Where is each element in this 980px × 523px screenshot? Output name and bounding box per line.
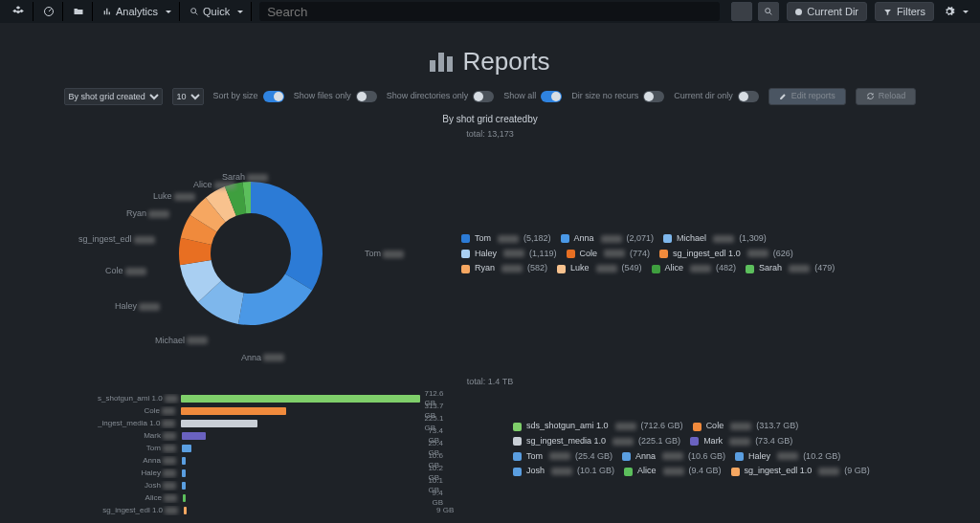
legend-item[interactable]: sg_ingest_media 1.0(225.1 GB) — [513, 436, 680, 447]
legend-item[interactable]: Josh(10.1 GB) — [513, 466, 614, 477]
dir-size-toggle[interactable] — [643, 91, 664, 102]
bar-row: _ingest_media 1.0225.1 GB — [98, 418, 456, 429]
legend-name: sg_ingest_media 1.0 — [526, 436, 606, 447]
blur — [663, 468, 684, 475]
legend-name: Luke — [570, 263, 590, 274]
legend-count: (774) — [630, 249, 650, 260]
donut-subtitle: By shot grid createdby — [0, 113, 980, 125]
folder-icon[interactable] — [65, 2, 93, 21]
swatch-icon — [513, 423, 522, 431]
swatch-icon — [461, 234, 470, 243]
analytics-label: Analytics — [116, 5, 158, 18]
legend-count: (549) — [622, 263, 642, 274]
legend-item[interactable]: Mark(73.4 GB) — [690, 436, 792, 447]
blur — [777, 452, 798, 460]
legend-item[interactable]: Tom(5,182) — [461, 233, 551, 245]
legend-item[interactable]: Ryan(582) — [461, 263, 547, 274]
legend-name: Sarah — [759, 263, 782, 274]
swatch-icon — [513, 437, 522, 446]
bar-label: _ingest_media 1.0 — [98, 419, 181, 428]
swatch-icon — [461, 250, 470, 258]
show-directories-only-toggle[interactable] — [473, 91, 494, 102]
bar-label: Josh — [98, 481, 182, 490]
bar-row: Mark73.4 GB — [98, 430, 456, 442]
bar-label: s_shotgun_ami 1.0 — [98, 394, 181, 403]
bar-track — [182, 469, 425, 477]
dashboard-icon[interactable] — [35, 2, 63, 21]
legend-item[interactable]: Sarah(479) — [746, 263, 835, 274]
analytics-menu[interactable]: Analytics — [95, 2, 180, 21]
legend-item[interactable]: sg_ingest_edl 1.0(9 GB) — [731, 466, 870, 477]
blur — [730, 423, 751, 430]
legend-item[interactable]: Alice(482) — [652, 263, 737, 274]
donut-legend: Tom(5,182)Anna(2,071)Michael(1,309)Haley… — [461, 233, 844, 274]
legend-item[interactable]: Haley(10.2 GB) — [735, 451, 840, 463]
legend-item[interactable]: Anna(10.6 GB) — [622, 451, 725, 463]
donut-chart: Tom Anna Michael Haley Cole sg_ingest_ed… — [98, 143, 404, 363]
quick-menu[interactable]: Quick — [182, 2, 252, 21]
reload-label: Reload — [879, 91, 906, 102]
legend-item[interactable]: Tom(25.4 GB) — [513, 451, 612, 463]
bar-track — [181, 395, 421, 403]
legend-item[interactable]: Cole(313.7 GB) — [693, 421, 799, 432]
legend-count: (582) — [527, 263, 547, 274]
legend-count: (2,071) — [627, 233, 655, 245]
blur — [662, 452, 683, 460]
bar-value: 9 GB — [436, 506, 454, 515]
legend-item[interactable]: sds_shotgun_ami 1.0(712.6 GB) — [513, 421, 683, 432]
legend-name: Cole — [706, 421, 724, 432]
gear-icon — [944, 6, 955, 17]
bar-row: Josh10.1 GB — [98, 480, 456, 491]
reload-button[interactable]: Reload — [856, 88, 917, 105]
legend-item[interactable]: Michael(1,309) — [663, 233, 767, 245]
legend-item[interactable]: Anna(2,071) — [561, 233, 655, 245]
edit-reports-button[interactable]: Edit reports — [768, 88, 846, 105]
limit-select[interactable]: 10 — [172, 88, 204, 105]
legend-name: Mark — [703, 436, 723, 447]
filters-button[interactable]: Filters — [875, 2, 934, 21]
legend-name: Michael — [677, 233, 706, 245]
stop-button[interactable] — [731, 2, 752, 21]
swatch-icon — [513, 452, 522, 461]
bar-track — [181, 407, 421, 415]
legend-item[interactable]: Alice(9.4 GB) — [624, 466, 722, 477]
legend-item[interactable]: sg_ingest_edl 1.0(626) — [659, 249, 793, 260]
blur — [729, 438, 750, 446]
bar-label: Mark — [98, 431, 182, 441]
current-dir-button[interactable]: Current Dir — [787, 2, 867, 21]
legend-item[interactable]: Luke(549) — [557, 263, 642, 274]
settings-menu[interactable] — [936, 2, 976, 21]
search-button[interactable] — [758, 2, 779, 21]
sort-by-size-toggle[interactable] — [263, 91, 284, 102]
bar-label: Cole — [98, 406, 181, 416]
slice-label: Ryan — [126, 208, 169, 220]
bar-track — [182, 457, 425, 465]
edit-reports-label: Edit reports — [791, 91, 835, 102]
groupby-select[interactable]: By shot grid created — [64, 88, 163, 105]
slice-label: Cole — [105, 266, 146, 277]
current-dir-only-label: Current dir only — [674, 91, 733, 102]
current-dir-only-toggle[interactable] — [738, 91, 759, 102]
blur — [503, 250, 524, 257]
search-input[interactable] — [259, 2, 720, 21]
donut-total: total: 13,173 — [0, 129, 980, 141]
swatch-icon — [659, 250, 668, 258]
show-all-toggle[interactable] — [541, 91, 562, 102]
logo-icon[interactable] — [4, 2, 33, 21]
legend-name: Tom — [475, 233, 491, 245]
show-files-only-toggle[interactable] — [356, 91, 377, 102]
blur — [615, 423, 636, 430]
legend-name: Alice — [637, 466, 657, 477]
blur — [747, 250, 768, 257]
bar-fill — [181, 395, 421, 403]
bar-fill — [184, 507, 187, 514]
blur — [818, 468, 839, 475]
legend-name: Josh — [526, 466, 545, 477]
bar-track — [181, 420, 421, 427]
swatch-icon — [557, 265, 566, 273]
blur — [551, 468, 572, 475]
legend-item[interactable]: Cole(774) — [567, 249, 651, 260]
legend-item[interactable]: Haley(1,119) — [461, 249, 557, 260]
slice-label: sg_ingest_edl — [78, 234, 155, 246]
swatch-icon — [624, 468, 633, 476]
